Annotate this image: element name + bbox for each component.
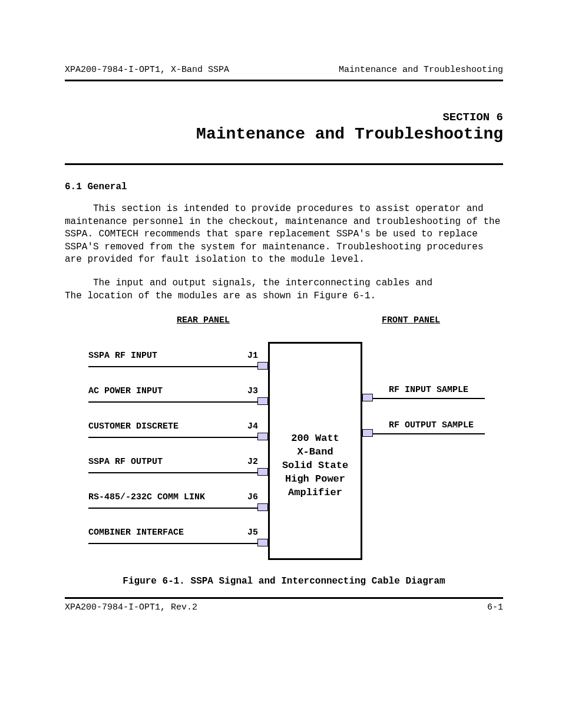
wire-j3 — [88, 401, 257, 403]
wire-j6 — [88, 508, 257, 509]
subsection-heading: 6.1 General — [65, 182, 503, 192]
box-line-4: Amplifier — [288, 487, 342, 498]
paragraph-2-line1: The input and output signals, the interc… — [93, 278, 432, 288]
wire-j1 — [88, 366, 257, 367]
port-label-j3: AC POWER INPUT — [88, 386, 163, 396]
port-label-j6: RS-485/-232C COMM LINK — [88, 492, 205, 502]
document-page: XPA200-7984-I-OPT1, X-Band SSPA Maintena… — [0, 0, 562, 728]
connector-j4 — [257, 433, 268, 440]
wire-j4 — [88, 437, 257, 438]
figure-6-1: REAR PANEL FRONT PANEL 200 Watt X-Band S… — [65, 315, 503, 587]
port-label-rf-in-sample: RF INPUT SAMPLE — [389, 385, 468, 395]
port-label-j1: SSPA RF INPUT — [88, 351, 157, 361]
connector-rf-in-sample — [362, 394, 373, 401]
wire-j2 — [88, 472, 257, 473]
wire-rf-in-sample — [373, 398, 485, 399]
connector-j6 — [257, 503, 268, 511]
port-label-j4: CUSTOMER DISCRETE — [88, 421, 178, 431]
footer-right: 6-1 — [487, 602, 503, 612]
port-label-rf-out-sample: RF OUTPUT SAMPLE — [389, 420, 474, 430]
page-footer: XPA200-7984-I-OPT1, Rev.2 6-1 — [65, 602, 503, 612]
rear-panel-label: REAR PANEL — [177, 315, 230, 325]
wire-j5 — [88, 543, 257, 544]
port-conn-j3: J3 — [247, 386, 258, 396]
section-label: SECTION 6 — [65, 111, 503, 124]
page-header: XPA200-7984-I-OPT1, X-Band SSPA Maintena… — [65, 65, 503, 75]
port-conn-j4: J4 — [247, 421, 258, 431]
port-conn-j6: J6 — [247, 492, 258, 502]
box-line-1: X-Band — [297, 446, 333, 457]
header-left: XPA200-7984-I-OPT1, X-Band SSPA — [65, 65, 229, 75]
sspa-box-text: 200 Watt X-Band Solid State High Power A… — [270, 432, 361, 500]
front-panel-label: FRONT PANEL — [382, 315, 440, 325]
box-line-2: Solid State — [282, 460, 348, 471]
port-conn-j5: J5 — [247, 528, 258, 538]
paragraph-2: The input and output signals, the interc… — [65, 277, 503, 302]
footer-left: XPA200-7984-I-OPT1, Rev.2 — [65, 602, 197, 612]
connector-j5 — [257, 539, 268, 546]
connector-j2 — [257, 468, 268, 476]
port-label-j2: SSPA RF OUTPUT — [88, 457, 163, 467]
connector-j3 — [257, 397, 268, 405]
paragraph-1: This section is intended to provide proc… — [65, 203, 503, 266]
header-rule — [65, 80, 503, 81]
wire-rf-out-sample — [373, 433, 485, 434]
box-line-0: 200 Watt — [291, 433, 339, 444]
box-line-3: High Power — [285, 473, 345, 485]
footer-rule — [65, 597, 503, 599]
figure-caption: Figure 6-1. SSPA Signal and Interconnect… — [65, 576, 503, 587]
connector-j1 — [257, 362, 268, 370]
paragraph-2-line2: The location of the modules are as shown… — [65, 291, 376, 301]
connector-rf-out-sample — [362, 429, 373, 437]
section-title: Maintenance and Troubleshooting — [65, 125, 503, 143]
port-conn-j2: J2 — [247, 457, 258, 467]
port-conn-j1: J1 — [247, 351, 258, 361]
port-label-j5: COMBINER INTERFACE — [88, 528, 184, 538]
sspa-box: 200 Watt X-Band Solid State High Power A… — [268, 342, 362, 560]
header-right: Maintenance and Troubleshooting — [339, 65, 503, 75]
title-rule — [65, 163, 503, 165]
cable-diagram: REAR PANEL FRONT PANEL 200 Watt X-Band S… — [77, 315, 501, 563]
